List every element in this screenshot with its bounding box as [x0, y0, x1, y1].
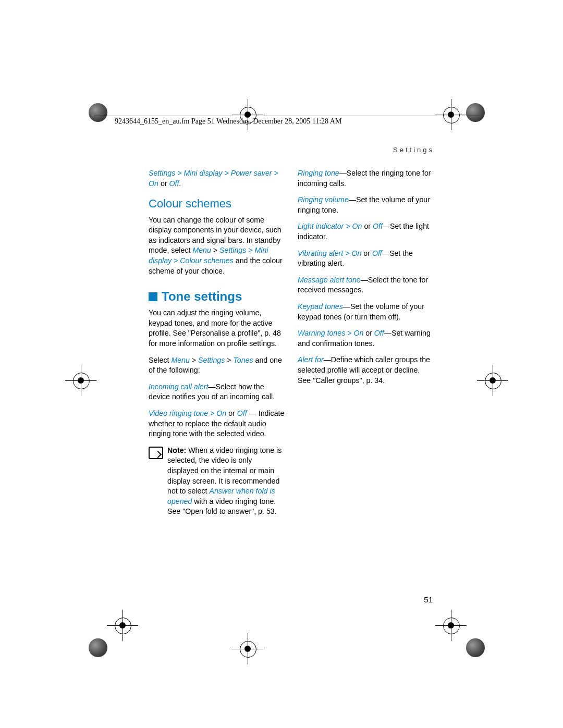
section-square-icon — [149, 292, 157, 301]
header-rule — [94, 116, 480, 116]
message-alert-tone: Message alert tone—Select the tone for r… — [298, 275, 434, 295]
tone-desc: You can adjust the ringing volume, keypa… — [149, 308, 285, 349]
crop-target — [237, 638, 258, 659]
ringing-tone: Ringing tone—Select the ringing tone for… — [298, 168, 434, 189]
crop-target — [482, 370, 503, 391]
crop-target — [70, 370, 91, 391]
crop-ornament — [466, 638, 485, 657]
right-column: Ringing tone—Select the ringing tone for… — [298, 168, 434, 523]
keypad-tones: Keypad tones—Set the volume of your keyp… — [298, 302, 434, 322]
ringing-volume: Ringing volume—Set the volume of your ri… — [298, 195, 434, 215]
crop-target — [440, 615, 461, 636]
header-meta: 9243644_6155_en_au.fm Page 51 Wednesday,… — [115, 117, 459, 126]
crop-ornament — [466, 103, 485, 122]
heading-tone-settings: Tone settings — [149, 288, 285, 305]
tone-select: Select Menu > Settings > Tones and one o… — [149, 355, 285, 376]
video-ringing-tone: Video ringing tone > On or Off — Indicat… — [149, 409, 285, 439]
incoming-call-alert: Incoming call alert—Select how the devic… — [149, 382, 285, 402]
note-text: Note: When a video ringing tone is selec… — [167, 446, 285, 517]
light-indicator: Light indicator > On or Off—Set the ligh… — [298, 221, 434, 242]
power-saver-path: Settings > Mini display > Power saver > … — [149, 168, 285, 189]
colour-schemes-desc: You can change the colour of some displa… — [149, 215, 285, 277]
heading-colour-schemes: Colour schemes — [149, 196, 285, 212]
note-block: Note: When a video ringing tone is selec… — [149, 446, 285, 517]
warning-tones: Warning tones > On or Off—Set warning an… — [298, 328, 434, 349]
alert-for: Alert for—Define which caller groups the… — [298, 355, 434, 386]
left-column: Settings > Mini display > Power saver > … — [149, 168, 285, 523]
note-icon — [149, 447, 163, 459]
crop-ornament — [89, 638, 107, 657]
running-head: Settings — [149, 146, 434, 154]
vibrating-alert: Vibrating alert > On or Off—Set the vibr… — [298, 249, 434, 269]
page-number: 51 — [424, 595, 433, 604]
crop-ornament — [89, 103, 107, 122]
crop-target — [112, 615, 133, 636]
